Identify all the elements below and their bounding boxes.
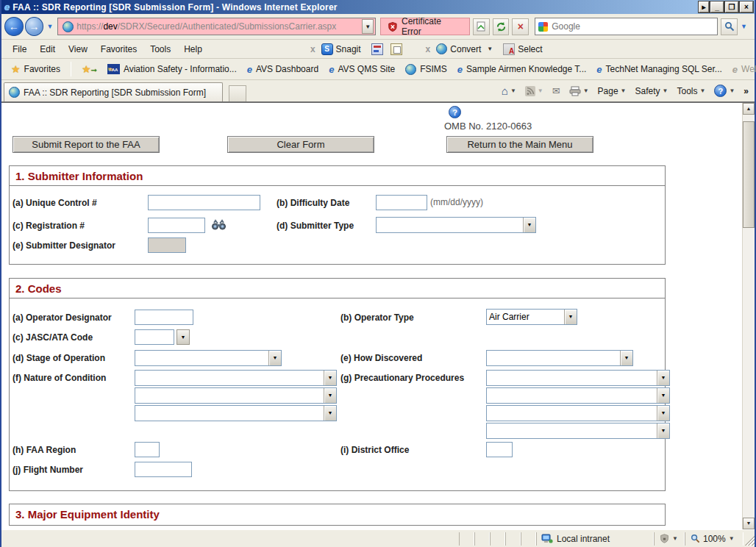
safety-menu-button[interactable]: Safety▼: [632, 85, 672, 98]
operator-designator-input[interactable]: [135, 310, 193, 325]
favorite-link-web-slice-gallery[interactable]: e Web Slice Gallery ▼: [727, 62, 756, 77]
restore-button[interactable]: ❐: [725, 1, 738, 12]
status-cell: [505, 532, 521, 546]
url-dropdown-button[interactable]: ▼: [362, 19, 374, 34]
search-input[interactable]: [552, 21, 714, 32]
convert-label[interactable]: Convert: [450, 44, 481, 54]
registration-input[interactable]: [148, 218, 205, 233]
unique-control-input[interactable]: [148, 195, 260, 210]
submit-report-button[interactable]: Submit Report to the FAA: [13, 136, 160, 153]
jasc-ata-dropdown-button[interactable]: ▼: [176, 329, 190, 345]
add-favorite-button[interactable]: ★➞: [76, 61, 102, 77]
more-commands-chevron[interactable]: »: [740, 85, 752, 98]
snagit-label[interactable]: Snagit: [336, 44, 361, 54]
chevron-down-icon: ▼: [729, 87, 735, 94]
difficulty-date-input[interactable]: [376, 195, 427, 210]
status-bar: Local intranet ▼ 100% ▼: [1, 529, 755, 547]
close-button[interactable]: ×: [740, 1, 753, 12]
nature-of-condition-select-2[interactable]: ▼: [135, 387, 337, 404]
precautionary-procedures-select-3[interactable]: ▼: [486, 405, 670, 421]
back-button[interactable]: ←: [4, 17, 24, 36]
menu-favorites[interactable]: Favorites: [94, 42, 143, 57]
resize-grip[interactable]: [743, 532, 755, 546]
jasc-ata-code-label: (c) JASC/ATA Code: [13, 332, 93, 343]
snagit-icon[interactable]: S: [321, 43, 333, 55]
precautionary-procedures-select-1[interactable]: ▼: [486, 370, 670, 386]
site-icon: [63, 21, 74, 32]
menu-file[interactable]: File: [6, 42, 33, 57]
address-input[interactable]: https://dev/SDRX/Secured/Authenticated/S…: [57, 18, 376, 35]
help-menu-button[interactable]: ?▼: [710, 83, 738, 99]
snagit-editor-icon[interactable]: [391, 43, 402, 55]
clear-form-button[interactable]: Clear Form: [227, 136, 374, 153]
precautionary-procedures-select-2[interactable]: ▼: [486, 387, 670, 404]
chevron-down-icon: ▼: [583, 87, 589, 94]
favorite-link-avs-qms[interactable]: e AVS QMS Site: [324, 62, 400, 77]
zoom-panel[interactable]: 100% ▼: [685, 532, 743, 546]
certificate-error-badge[interactable]: Certificate Error: [380, 18, 470, 35]
print-button[interactable]: ▼: [566, 85, 593, 98]
scroll-up-button[interactable]: ▲: [743, 103, 755, 115]
help-icon: ?: [714, 85, 727, 97]
page-menu-button[interactable]: Page▼: [594, 85, 630, 98]
stage-of-operation-select[interactable]: ▼: [135, 350, 282, 366]
favorites-label: Favorites: [24, 64, 60, 74]
feeds-button[interactable]: ▼: [521, 85, 547, 98]
search-box: [535, 18, 718, 35]
stop-button[interactable]: ×: [512, 18, 529, 35]
close-adobe-toolbar-button[interactable]: x: [420, 44, 437, 54]
menu-help[interactable]: Help: [177, 42, 209, 57]
forward-button[interactable]: →: [25, 17, 44, 36]
faa-region-input[interactable]: [135, 442, 160, 457]
return-main-menu-button[interactable]: Return to the Main Menu: [446, 136, 593, 153]
scroll-down-button[interactable]: ▼: [743, 518, 755, 529]
google-logo-icon: [538, 22, 548, 32]
tools-menu-button[interactable]: Tools▼: [673, 85, 709, 98]
refresh-button[interactable]: [493, 18, 510, 35]
section1-title: 1. Submitter Information: [10, 166, 665, 186]
compatibility-view-button[interactable]: [473, 18, 490, 35]
precautionary-procedures-select-4[interactable]: ▼: [486, 423, 670, 439]
search-button[interactable]: [721, 18, 738, 35]
omb-help-icon[interactable]: ?: [449, 106, 461, 118]
menu-tools[interactable]: Tools: [143, 42, 177, 57]
district-office-input[interactable]: [486, 442, 513, 457]
submitter-type-select[interactable]: ▼: [376, 217, 536, 233]
favorite-link-technet[interactable]: e TechNet Managing SQL Ser...: [591, 62, 727, 77]
menu-edit[interactable]: Edit: [33, 42, 62, 57]
favorites-button[interactable]: ★ Favorites: [6, 61, 65, 77]
minimize-button[interactable]: _: [710, 1, 724, 12]
convert-dropdown-icon[interactable]: ▼: [487, 46, 493, 52]
favorites-bar: ★ Favorites ★➞ FAA Aviation Safety - Inf…: [1, 59, 755, 80]
close-snagit-toolbar-button[interactable]: x: [304, 44, 321, 54]
window-title: FAA :: SDR Reporting [SDR Submission For…: [13, 2, 697, 12]
new-tab-button[interactable]: [229, 85, 246, 101]
recent-pages-dropdown[interactable]: ▼: [46, 23, 53, 30]
menu-view[interactable]: View: [62, 42, 94, 57]
toolbar-arrow-button[interactable]: ▸: [699, 1, 709, 12]
protected-mode-panel[interactable]: ▼: [654, 532, 685, 546]
favorite-link-avs-dashboard[interactable]: e AVS Dashboard: [242, 62, 324, 77]
operator-type-select[interactable]: Air Carrier ▼: [486, 309, 577, 325]
registration-lookup-binoculars-icon[interactable]: [211, 219, 227, 230]
select-label[interactable]: Select: [518, 44, 542, 54]
search-options-dropdown[interactable]: ▼: [741, 23, 747, 30]
favorite-link-fsims[interactable]: FSIMS: [400, 62, 452, 77]
how-discovered-select[interactable]: ▼: [486, 350, 633, 366]
browser-window: e FAA :: SDR Reporting [SDR Submission F…: [0, 0, 756, 547]
flight-number-input[interactable]: [135, 462, 192, 477]
nature-of-condition-select-3[interactable]: ▼: [135, 405, 337, 421]
home-button[interactable]: ⌂▼: [498, 83, 520, 99]
favorite-link-sample-airmen[interactable]: e Sample Airmen Knowledge T...: [452, 62, 591, 77]
section-codes: 2. Codes (a) Operator Designator (b) Ope…: [9, 278, 666, 491]
snagit-profile-icon[interactable]: [371, 43, 383, 55]
favorite-link-aviation-safety[interactable]: FAA Aviation Safety - Informatio...: [102, 62, 242, 76]
tab-sdr-reporting[interactable]: FAA :: SDR Reporting [SDR Submission For…: [4, 82, 223, 101]
dropdown-arrow-icon: ▼: [620, 351, 632, 365]
jasc-ata-code-input[interactable]: [135, 329, 174, 345]
nature-of-condition-select-1[interactable]: ▼: [135, 370, 337, 386]
search-magnifier-icon: [724, 21, 735, 32]
read-mail-button[interactable]: ✉: [549, 84, 564, 98]
scrollbar-thumb[interactable]: [743, 121, 755, 228]
vertical-scrollbar[interactable]: ▲ ▼: [742, 103, 755, 529]
